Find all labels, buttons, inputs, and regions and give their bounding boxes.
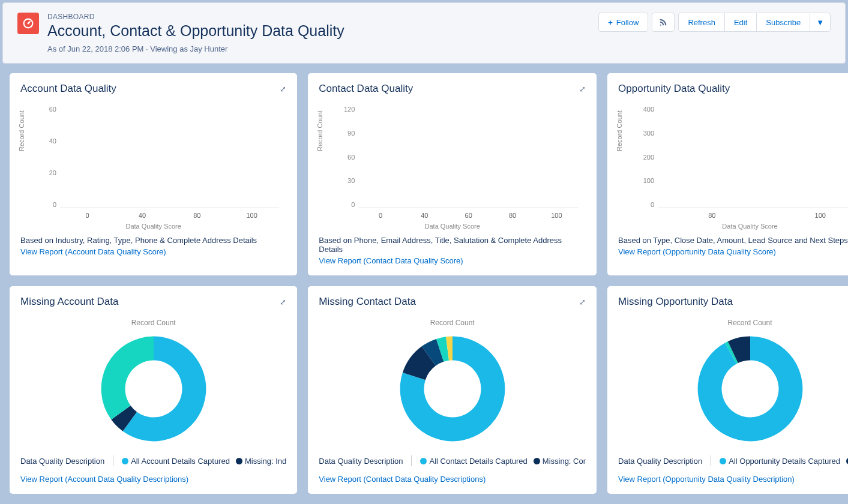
- y-axis-label: Record Count: [616, 110, 623, 151]
- legend-item: All Contact Details Captured: [429, 457, 527, 466]
- plus-icon: +: [608, 18, 613, 27]
- card-title: Account Data Quality: [20, 83, 116, 95]
- dashboard-icon: [17, 13, 39, 34]
- missing-account-donut: [97, 332, 211, 446]
- legend: Data Quality Description All Account Det…: [20, 455, 286, 466]
- donut-label: Record Count: [20, 319, 286, 327]
- plot-area: [658, 106, 848, 208]
- plot-area: [358, 106, 579, 208]
- view-report-link[interactable]: View Report (Contact Data Quality Descri…: [319, 475, 486, 484]
- view-report-link[interactable]: View Report (Contact Data Quality Score): [319, 256, 463, 265]
- feed-icon: [658, 17, 668, 27]
- caption: Based on Industry, Rating, Type, Phone &…: [20, 236, 286, 245]
- card-title: Missing Contact Data: [319, 296, 416, 308]
- subscribe-button[interactable]: Subscribe: [756, 13, 810, 32]
- y-ticks: 1209060300: [331, 106, 355, 208]
- x-axis-label: Data Quality Score: [319, 223, 586, 230]
- donut-label: Record Count: [319, 319, 586, 327]
- view-report-link[interactable]: View Report (Account Data Quality Descri…: [20, 475, 188, 484]
- dashboard-header: DASHBOARD Account, Contact & Opportunity…: [2, 2, 846, 64]
- view-report-link[interactable]: View Report (Account Data Quality Score): [20, 247, 166, 256]
- expand-icon[interactable]: ⤢: [280, 298, 286, 307]
- view-report-link[interactable]: View Report (Opportunity Data Quality Sc…: [618, 247, 776, 256]
- swatch-navy: [236, 458, 242, 464]
- opp-dq-chart: Record Count 4003002001000 80100 Data Qu…: [618, 101, 848, 230]
- follow-button[interactable]: + Follow: [598, 13, 648, 32]
- card-title: Contact Data Quality: [319, 83, 413, 95]
- card-missing-opportunity: Missing Opportunity Data ⤢ Record Count …: [607, 286, 848, 494]
- swatch-blue: [420, 458, 427, 464]
- subscribe-label: Subscribe: [766, 18, 801, 27]
- caption: Based on Type, Close Date, Amount, Lead …: [618, 236, 848, 245]
- x-ticks: 80100: [658, 212, 848, 219]
- x-axis-label: Data Quality Score: [618, 223, 848, 230]
- dashboard-meta: As of Jun 22, 2018 2:06 PM · Viewing as …: [47, 44, 344, 53]
- legend: Data Quality Description All Opportunity…: [618, 455, 848, 466]
- more-actions-button[interactable]: ▼: [810, 13, 831, 32]
- feed-icon-button[interactable]: [652, 13, 675, 32]
- card-account-dq: Account Data Quality ⤢ Record Count 6040…: [10, 73, 297, 275]
- caption: Based on Phone, Email Address, Title, Sa…: [319, 236, 586, 254]
- legend-title: Data Quality Description: [618, 457, 702, 466]
- plot-area: [60, 106, 279, 208]
- swatch-blue: [122, 458, 128, 464]
- x-ticks: 04080100: [60, 212, 279, 219]
- donut-slice: [101, 337, 153, 420]
- contact-dq-chart: Record Count 1209060300 0406080100 Data …: [319, 101, 586, 230]
- expand-icon[interactable]: ⤢: [579, 298, 586, 307]
- expand-icon[interactable]: ⤢: [280, 85, 286, 94]
- legend: Data Quality Description All Contact Det…: [319, 455, 586, 466]
- swatch-navy: [534, 458, 540, 464]
- y-ticks: 6040200: [32, 106, 56, 208]
- edit-label: Edit: [734, 18, 747, 27]
- x-ticks: 0406080100: [358, 212, 579, 219]
- refresh-label: Refresh: [688, 18, 715, 27]
- legend-item: All Account Details Captured: [131, 457, 230, 466]
- card-opportunity-dq: Opportunity Data Quality ⤢ Record Count …: [607, 73, 848, 275]
- follow-label: Follow: [616, 18, 639, 27]
- svg-point-1: [28, 23, 29, 25]
- swatch-blue: [720, 458, 726, 464]
- account-dq-chart: Record Count 6040200 04080100 Data Quali…: [20, 101, 286, 230]
- refresh-button[interactable]: Refresh: [678, 13, 725, 32]
- card-contact-dq: Contact Data Quality ⤢ Record Count 1209…: [308, 73, 597, 275]
- edit-button[interactable]: Edit: [724, 13, 757, 32]
- legend-title: Data Quality Description: [20, 457, 104, 466]
- donut-label: Record Count: [618, 319, 848, 327]
- x-axis-label: Data Quality Score: [20, 223, 286, 230]
- card-missing-account: Missing Account Data ⤢ Record Count Data…: [10, 286, 297, 494]
- toolbar: + Follow Refresh Edit Subscribe ▼: [595, 13, 831, 32]
- chevron-down-icon: ▼: [816, 18, 824, 27]
- card-title: Opportunity Data Quality: [618, 83, 730, 95]
- missing-opp-donut: [693, 332, 807, 446]
- legend-item: All Opportunity Details Captured: [729, 457, 840, 466]
- card-title: Missing Opportunity Data: [618, 296, 733, 308]
- legend-item: Missing: Ind: [245, 457, 286, 466]
- legend-item: Missing: Cor: [543, 457, 586, 466]
- card-title: Missing Account Data: [20, 296, 118, 308]
- y-axis-label: Record Count: [18, 110, 25, 151]
- view-report-link[interactable]: View Report (Opportunity Data Quality De…: [618, 475, 795, 484]
- expand-icon[interactable]: ⤢: [579, 85, 586, 94]
- eyebrow: DASHBOARD: [47, 13, 344, 21]
- legend-title: Data Quality Description: [319, 457, 403, 466]
- page-title: Account, Contact & Opportunity Data Qual…: [47, 22, 344, 40]
- missing-contact-donut: [395, 332, 510, 446]
- y-ticks: 4003002001000: [630, 106, 654, 208]
- y-axis-label: Record Count: [316, 110, 323, 151]
- card-missing-contact: Missing Contact Data ⤢ Record Count Data…: [308, 286, 597, 494]
